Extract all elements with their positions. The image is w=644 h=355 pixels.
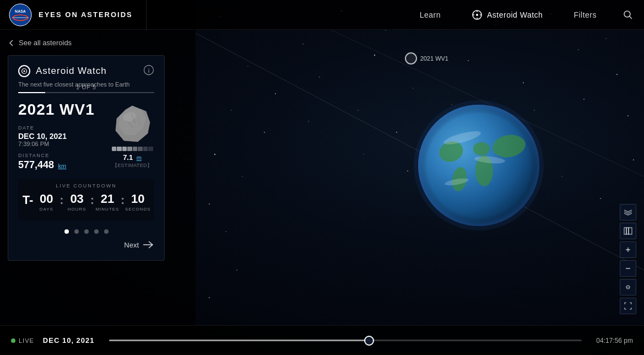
zoom-out-button[interactable]	[620, 260, 636, 277]
zoom-in-button[interactable]	[620, 241, 636, 258]
layers-icon	[624, 208, 632, 217]
minutes-value: 21	[101, 193, 114, 205]
distance-label: DISTANCE	[18, 153, 95, 158]
countdown-label: LIVE COUNTDOWN	[18, 183, 154, 189]
svg-point-55	[24, 71, 25, 72]
timeline-time: 04:17:56 pm	[596, 337, 633, 345]
target-icon	[21, 68, 28, 74]
dot-1[interactable]	[64, 229, 69, 234]
time-value: 7:39:06 PM	[18, 141, 95, 147]
card-info-icon[interactable]: i	[143, 64, 154, 78]
dot-5[interactable]	[104, 229, 109, 234]
distance-value: 577,448	[18, 159, 54, 170]
next-button[interactable]: Next	[18, 238, 154, 249]
asteroid-name: 2021 WV1	[18, 101, 95, 119]
minutes-label: MINUTES	[95, 207, 119, 212]
map-button[interactable]	[620, 223, 636, 239]
svg-point-77	[418, 105, 539, 226]
asteroid-ring	[405, 52, 417, 64]
back-link[interactable]: See all asteroids	[8, 39, 72, 47]
asteroid-image-area: 7.1 m 【ESTIMATED】	[110, 103, 154, 169]
dot-2[interactable]	[74, 229, 79, 234]
nav-links: Learn Asteroid Watch Filters	[404, 0, 644, 30]
size-value: 7.1	[123, 153, 133, 162]
size-bar	[112, 147, 153, 151]
back-label: See all asteroids	[19, 39, 72, 47]
asteroid-marker[interactable]: 2021 WV1	[405, 52, 448, 64]
back-chevron-icon	[8, 39, 15, 47]
right-controls	[620, 204, 636, 314]
days-label: DAYS	[40, 207, 53, 212]
card-header: Asteroid Watch i	[18, 64, 154, 78]
days-value: 00	[40, 193, 53, 205]
live-indicator: LIVE	[11, 337, 34, 344]
asteroid-marker-label: 2021 WV1	[420, 55, 448, 62]
timeline-thumb[interactable]	[364, 336, 374, 346]
size-estimated: 【ESTIMATED】	[110, 162, 154, 169]
size-unit[interactable]: m	[137, 154, 142, 161]
countdown-seconds: 10 SECONDS	[126, 193, 150, 212]
colon-1: :	[59, 193, 63, 207]
asteroid-watch-icon	[472, 9, 483, 20]
layers-button[interactable]	[620, 204, 636, 220]
app-title: Eyes on Asteroids	[39, 10, 133, 19]
svg-text:NASA: NASA	[15, 9, 26, 13]
countdown-minutes: 21 MINUTES	[95, 193, 120, 212]
card-title: Asteroid Watch	[36, 66, 107, 77]
learn-label: Learn	[420, 10, 441, 19]
hours-value: 03	[70, 193, 83, 205]
earth-svg	[413, 99, 545, 232]
countdown-section: LIVE COUNTDOWN T- 00 DAYS : 03 HOURS : 2…	[18, 179, 154, 220]
timeline-bar: LIVE DEC 10, 2021 04:17:56 pm	[0, 325, 644, 355]
svg-line-53	[630, 16, 632, 19]
nav-filters[interactable]: Filters	[558, 0, 612, 30]
zoom-out-icon	[624, 265, 632, 272]
search-button[interactable]	[612, 0, 644, 30]
svg-point-52	[624, 11, 630, 17]
progress-label: 1 OF 5	[76, 84, 96, 90]
info-circle-icon: i	[143, 64, 154, 76]
dot-3[interactable]	[84, 229, 89, 234]
countdown-hours: 03 HOURS	[65, 193, 89, 212]
date-value: DEC 10, 2021	[18, 132, 95, 141]
dot-4[interactable]	[94, 229, 99, 234]
target-center-icon	[624, 283, 632, 291]
earth-visual	[413, 99, 545, 234]
fullscreen-button[interactable]	[620, 298, 636, 314]
colon-3: :	[121, 193, 125, 207]
progress-bar-fill	[18, 92, 45, 93]
pagination-dots	[18, 229, 154, 234]
svg-text:i: i	[148, 68, 149, 74]
progress-bar: 1 OF 5	[18, 92, 154, 93]
distance-unit[interactable]: km	[58, 163, 67, 169]
svg-point-85	[627, 287, 629, 288]
timeline-date: DEC 10, 2021	[43, 336, 95, 345]
live-dot	[11, 338, 15, 343]
timeline-fill	[109, 340, 369, 341]
nav-asteroid-watch[interactable]: Asteroid Watch	[456, 0, 558, 30]
search-icon	[623, 10, 633, 20]
countdown-display: T- 00 DAYS : 03 HOURS : 21 MINUTES : 10 …	[18, 193, 154, 215]
fullscreen-icon	[624, 302, 632, 310]
map-icon	[624, 227, 632, 235]
svg-rect-80	[629, 228, 632, 234]
nav-learn[interactable]: Learn	[404, 0, 456, 30]
date-label: DATE	[18, 125, 95, 131]
asteroid-image	[110, 103, 154, 144]
live-label: LIVE	[19, 337, 34, 344]
countdown-prefix: T-	[23, 193, 34, 207]
seconds-label: SECONDS	[125, 207, 151, 212]
top-navigation: NASA Eyes on Asteroids Learn Asteroid Wa…	[0, 0, 644, 30]
asteroid-watch-label: Asteroid Watch	[487, 10, 543, 19]
zoom-in-icon	[624, 246, 632, 254]
nasa-logo: NASA	[9, 3, 32, 26]
recenter-button[interactable]	[620, 279, 636, 295]
card-header-left: Asteroid Watch	[18, 65, 107, 77]
svg-point-47	[476, 14, 478, 16]
filters-label: Filters	[573, 10, 597, 19]
timeline-track[interactable]	[109, 340, 582, 341]
next-label: Next	[124, 241, 139, 249]
hours-label: HOURS	[68, 207, 86, 212]
next-arrow-icon	[143, 240, 154, 249]
colon-2: :	[90, 193, 94, 207]
